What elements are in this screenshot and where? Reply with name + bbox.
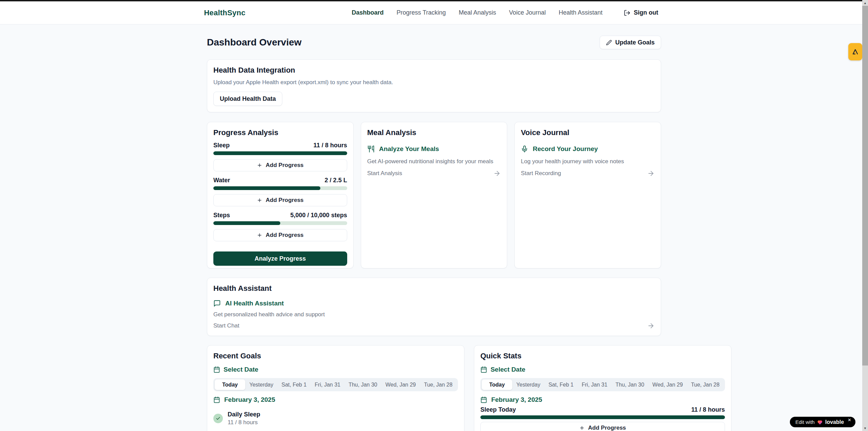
stat-value: 11 / 8 hours bbox=[691, 406, 725, 413]
recent-goals-card: Recent Goals Select Date TodayYesterdayS… bbox=[207, 345, 464, 431]
health-assistant-title: Health Assistant bbox=[213, 284, 655, 293]
add-progress-button[interactable]: Add Progress bbox=[213, 229, 347, 241]
nav-item-progress-tracking[interactable]: Progress Tracking bbox=[396, 9, 446, 16]
gradient-heart-icon bbox=[817, 419, 823, 425]
goal-header-row: Water2 / 2.5 L bbox=[213, 177, 347, 184]
date-tab-yesterday[interactable]: Yesterday bbox=[245, 379, 278, 390]
update-goals-button[interactable]: Update Goals bbox=[600, 36, 661, 49]
calendar-icon bbox=[480, 366, 487, 373]
goal-item-name: Daily Sleep bbox=[228, 411, 260, 418]
date-tab-wed-jan-29[interactable]: Wed, Jan 29 bbox=[648, 379, 687, 390]
goal-progress-fill bbox=[213, 221, 280, 225]
add-progress-button[interactable]: Add Progress bbox=[213, 194, 347, 206]
recent-goals-select-date[interactable]: Select Date bbox=[213, 366, 458, 373]
date-tab-fri-jan-31[interactable]: Fri, Jan 31 bbox=[578, 379, 612, 390]
health-assistant-description: Get personalized health advice and suppo… bbox=[213, 311, 655, 318]
goal-label: Steps bbox=[213, 212, 230, 219]
plus-icon bbox=[579, 425, 585, 431]
add-progress-button[interactable]: Add Progress bbox=[213, 159, 347, 171]
edit-with-lovable-badge[interactable]: Edit with lovable ✕ bbox=[790, 417, 855, 427]
goal-water: Water2 / 2.5 LAdd Progress bbox=[213, 177, 347, 206]
voice-journal-title: Voice Journal bbox=[521, 128, 655, 137]
goal-header-row: Steps5,000 / 10,000 steps bbox=[213, 212, 347, 219]
goal-progress-fill bbox=[213, 186, 320, 190]
date-tab-sat-feb-1[interactable]: Sat, Feb 1 bbox=[544, 379, 578, 390]
nav-item-meal-analysis[interactable]: Meal Analysis bbox=[459, 9, 496, 16]
window-top-edge bbox=[0, 0, 862, 1]
goal-progress-bar bbox=[213, 186, 347, 190]
upload-health-data-button[interactable]: Upload Health Data bbox=[213, 92, 282, 106]
date-tab-fri-jan-31[interactable]: Fri, Jan 31 bbox=[311, 379, 344, 390]
date-tab-thu-jan-30[interactable]: Thu, Jan 30 bbox=[612, 379, 649, 390]
nav-item-voice-journal[interactable]: Voice Journal bbox=[509, 9, 546, 16]
date-tab-today[interactable]: Today bbox=[215, 379, 245, 390]
scroll-down-arrow[interactable]: ▼ bbox=[862, 425, 868, 431]
voice-journal-card: Voice Journal Record Your Journey Log yo… bbox=[514, 122, 661, 268]
progress-analysis-card: Progress Analysis Sleep11 / 8 hoursAdd P… bbox=[207, 122, 354, 268]
recent-goals-date-tabs: TodayYesterdaySat, Feb 1Fri, Jan 31Thu, … bbox=[213, 378, 458, 391]
arrow-right-icon bbox=[647, 170, 655, 177]
goal-item-value: 11 / 8 hours bbox=[228, 419, 260, 426]
date-tab-sat-feb-1[interactable]: Sat, Feb 1 bbox=[278, 379, 311, 390]
vertical-scrollbar[interactable]: ▲ ▼ bbox=[862, 0, 868, 431]
calendar-icon bbox=[213, 396, 220, 403]
scrollbar-thumb[interactable] bbox=[862, 6, 868, 366]
ai-health-assistant-link[interactable]: AI Health Assistant bbox=[213, 300, 655, 307]
date-tab-wed-jan-29[interactable]: Wed, Jan 29 bbox=[381, 379, 420, 390]
browser-extension-button[interactable] bbox=[848, 43, 862, 60]
nav-item-health-assistant[interactable]: Health Assistant bbox=[559, 9, 602, 16]
goal-value: 2 / 2.5 L bbox=[325, 177, 347, 184]
start-analysis-row[interactable]: Start Analysis bbox=[367, 170, 501, 177]
quick-stats-date-tabs: TodayYesterdaySat, Feb 1Fri, Jan 31Thu, … bbox=[480, 378, 725, 391]
goal-list: Sleep11 / 8 hoursAdd ProgressWater2 / 2.… bbox=[213, 142, 347, 241]
app-logo: HealthSync bbox=[204, 8, 246, 17]
top-navigation: HealthSync DashboardProgress TrackingMea… bbox=[0, 1, 862, 24]
arrow-right-icon bbox=[647, 322, 655, 330]
recent-goal-item: Daily Sleep 11 / 8 hours bbox=[213, 411, 458, 426]
quick-stats-title: Quick Stats bbox=[480, 352, 725, 360]
integration-description: Upload your Apple Health export (export.… bbox=[213, 79, 655, 86]
goal-value: 11 / 8 hours bbox=[314, 142, 347, 149]
main-content: Dashboard Overview Update Goals Health D… bbox=[207, 0, 661, 431]
health-assistant-card: Health Assistant AI Health Assistant Get… bbox=[207, 278, 661, 336]
analyze-your-meals-link[interactable]: Analyze Your Meals bbox=[367, 145, 501, 153]
record-your-journey-link[interactable]: Record Your Journey bbox=[521, 145, 655, 153]
date-tab-today[interactable]: Today bbox=[482, 379, 512, 390]
calendar-icon bbox=[213, 366, 220, 373]
date-tab-tue-jan-28[interactable]: Tue, Jan 28 bbox=[687, 379, 724, 390]
start-chat-row[interactable]: Start Chat bbox=[213, 322, 655, 330]
log-out-icon bbox=[624, 10, 631, 16]
pencil-icon bbox=[606, 40, 612, 45]
calendar-icon bbox=[480, 396, 487, 403]
recent-goals-title: Recent Goals bbox=[213, 352, 458, 360]
goal-complete-badge bbox=[213, 414, 223, 423]
meal-analysis-card: Meal Analysis Analyze Your Meals Get AI-… bbox=[361, 122, 508, 268]
goal-steps: Steps5,000 / 10,000 stepsAdd Progress bbox=[213, 212, 347, 241]
sleep-today-row: Sleep Today 11 / 8 hours bbox=[480, 406, 725, 413]
quick-stats-bar-fill bbox=[480, 415, 725, 419]
badge-close-icon[interactable]: ✕ bbox=[848, 417, 851, 423]
nav-item-dashboard[interactable]: Dashboard bbox=[352, 9, 384, 16]
start-recording-row[interactable]: Start Recording bbox=[521, 170, 655, 177]
check-icon bbox=[216, 416, 220, 421]
plus-icon bbox=[257, 232, 262, 238]
progress-analysis-title: Progress Analysis bbox=[213, 128, 347, 137]
sign-out-button[interactable]: Sign out bbox=[624, 9, 658, 16]
chat-bubble-icon bbox=[213, 300, 221, 307]
meal-analysis-title: Meal Analysis bbox=[367, 128, 501, 137]
date-tab-thu-jan-30[interactable]: Thu, Jan 30 bbox=[344, 379, 382, 390]
stat-label: Sleep Today bbox=[480, 406, 516, 413]
date-tab-tue-jan-28[interactable]: Tue, Jan 28 bbox=[420, 379, 457, 390]
scroll-up-arrow[interactable]: ▲ bbox=[862, 0, 868, 6]
analyze-progress-button[interactable]: Analyze Progress bbox=[213, 251, 347, 266]
goal-label: Sleep bbox=[213, 142, 230, 149]
plus-icon bbox=[257, 198, 262, 203]
quick-stats-select-date[interactable]: Select Date bbox=[480, 366, 725, 373]
health-data-integration-card: Health Data Integration Upload your Appl… bbox=[207, 59, 661, 112]
goal-progress-bar bbox=[213, 151, 347, 155]
voice-journal-description: Log your health journey with voice notes bbox=[521, 158, 655, 165]
add-progress-button[interactable]: Add Progress bbox=[480, 422, 725, 431]
date-tab-yesterday[interactable]: Yesterday bbox=[512, 379, 545, 390]
sign-out-label: Sign out bbox=[634, 9, 658, 16]
goal-label: Water bbox=[213, 177, 230, 184]
